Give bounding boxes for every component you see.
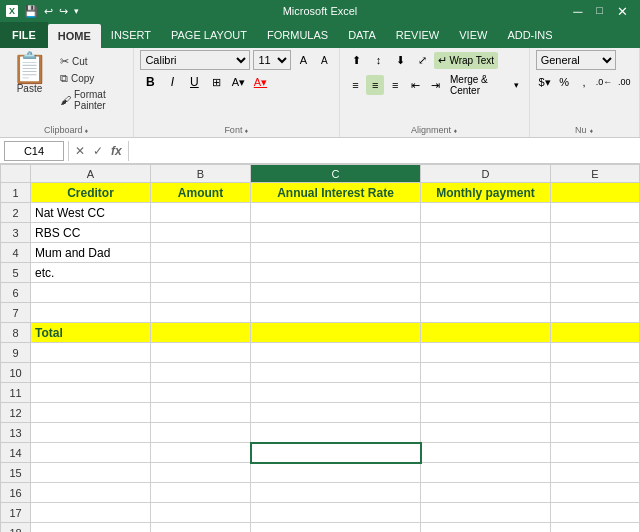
data-cell[interactable]: Annual Interest Rate <box>251 183 421 203</box>
data-cell[interactable] <box>551 343 640 363</box>
align-right-btn[interactable]: ≡ <box>386 75 404 95</box>
font-color-btn[interactable]: A▾ <box>250 72 270 92</box>
fill-color-btn[interactable]: A▾ <box>228 72 248 92</box>
align-bottom-btn[interactable]: ⬇ <box>390 50 410 70</box>
data-cell[interactable] <box>151 323 251 343</box>
col-header-d[interactable]: D <box>421 165 551 183</box>
data-cell[interactable] <box>31 363 151 383</box>
increase-font-btn[interactable]: A <box>294 51 312 69</box>
data-cell[interactable] <box>251 483 421 503</box>
data-cell[interactable] <box>421 443 551 463</box>
col-header-b[interactable]: B <box>151 165 251 183</box>
cut-button[interactable]: ✂ Cut <box>57 54 129 69</box>
data-cell[interactable] <box>551 283 640 303</box>
data-cell[interactable] <box>151 363 251 383</box>
font-size-select[interactable]: 11 <box>253 50 291 70</box>
data-cell[interactable] <box>421 323 551 343</box>
row-header[interactable]: 17 <box>1 503 31 523</box>
percent-btn[interactable]: % <box>555 72 573 92</box>
data-cell[interactable] <box>151 203 251 223</box>
currency-btn[interactable]: $▾ <box>536 72 554 92</box>
row-header[interactable]: 18 <box>1 523 31 533</box>
row-header[interactable]: 6 <box>1 283 31 303</box>
tab-insert[interactable]: INSERT <box>101 22 161 48</box>
data-cell[interactable]: Amount <box>151 183 251 203</box>
number-expand-icon[interactable]: ⬧ <box>589 126 594 135</box>
data-cell[interactable] <box>551 403 640 423</box>
data-cell[interactable] <box>151 463 251 483</box>
data-cell[interactable]: Mum and Dad <box>31 243 151 263</box>
tab-addins[interactable]: ADD-INS <box>497 22 562 48</box>
data-cell[interactable] <box>421 243 551 263</box>
paste-button[interactable]: 📋 Paste <box>4 50 55 97</box>
data-cell[interactable] <box>31 463 151 483</box>
data-cell[interactable] <box>151 503 251 523</box>
data-cell[interactable] <box>251 423 421 443</box>
data-cell[interactable] <box>551 463 640 483</box>
data-cell[interactable] <box>251 363 421 383</box>
data-cell[interactable] <box>31 443 151 463</box>
data-cell[interactable] <box>31 403 151 423</box>
tab-formulas[interactable]: FORMULAS <box>257 22 338 48</box>
increase-indent-btn[interactable]: ⇥ <box>426 75 444 95</box>
data-cell[interactable] <box>551 263 640 283</box>
tab-page-layout[interactable]: PAGE LAYOUT <box>161 22 257 48</box>
copy-button[interactable]: ⧉ Copy <box>57 71 129 86</box>
decrease-font-btn[interactable]: A <box>315 51 333 69</box>
data-cell[interactable] <box>421 403 551 423</box>
data-cell[interactable] <box>251 303 421 323</box>
data-cell[interactable] <box>251 383 421 403</box>
merge-center-button[interactable]: Merge & Center ▾ <box>446 72 523 98</box>
row-header[interactable]: 11 <box>1 383 31 403</box>
data-cell[interactable] <box>251 243 421 263</box>
data-cell[interactable] <box>151 423 251 443</box>
data-cell[interactable] <box>251 323 421 343</box>
data-cell[interactable] <box>551 203 640 223</box>
data-cell[interactable] <box>31 503 151 523</box>
close-btn[interactable]: ✕ <box>611 4 634 19</box>
row-header[interactable]: 10 <box>1 363 31 383</box>
data-cell[interactable]: etc. <box>31 263 151 283</box>
row-header[interactable]: 8 <box>1 323 31 343</box>
data-cell[interactable] <box>251 463 421 483</box>
data-cell[interactable] <box>421 363 551 383</box>
data-cell[interactable] <box>151 303 251 323</box>
data-cell[interactable] <box>151 443 251 463</box>
row-header[interactable]: 7 <box>1 303 31 323</box>
function-icon[interactable]: fx <box>109 144 124 158</box>
border-btn[interactable]: ⊞ <box>206 72 226 92</box>
bold-button[interactable]: B <box>140 72 160 92</box>
data-cell[interactable] <box>551 503 640 523</box>
data-cell[interactable] <box>421 483 551 503</box>
data-cell[interactable] <box>421 423 551 443</box>
align-top-btn[interactable]: ⬆ <box>346 50 366 70</box>
save-qa-btn[interactable]: 💾 <box>24 5 38 18</box>
data-cell[interactable] <box>251 523 421 533</box>
data-cell[interactable] <box>31 523 151 533</box>
align-middle-btn[interactable]: ↕ <box>368 50 388 70</box>
data-cell[interactable] <box>551 303 640 323</box>
col-header-a[interactable]: A <box>31 165 151 183</box>
merge-dropdown-icon[interactable]: ▾ <box>514 80 519 90</box>
data-cell[interactable] <box>151 403 251 423</box>
col-header-e[interactable]: E <box>551 165 640 183</box>
data-cell[interactable] <box>551 223 640 243</box>
row-header[interactable]: 15 <box>1 463 31 483</box>
data-cell[interactable] <box>551 423 640 443</box>
font-expand-icon[interactable]: ⬧ <box>244 126 249 135</box>
data-cell[interactable] <box>31 423 151 443</box>
tab-review[interactable]: REVIEW <box>386 22 449 48</box>
data-cell[interactable] <box>421 503 551 523</box>
data-cell[interactable] <box>551 323 640 343</box>
row-header[interactable]: 16 <box>1 483 31 503</box>
decrease-indent-btn[interactable]: ⇤ <box>406 75 424 95</box>
increase-decimal-btn[interactable]: .00 <box>615 72 633 92</box>
data-cell[interactable] <box>31 343 151 363</box>
data-cell[interactable] <box>151 523 251 533</box>
data-cell[interactable] <box>421 263 551 283</box>
data-cell[interactable] <box>151 343 251 363</box>
data-cell[interactable] <box>421 463 551 483</box>
decrease-decimal-btn[interactable]: .0← <box>595 72 614 92</box>
data-cell[interactable] <box>551 483 640 503</box>
data-cell[interactable] <box>551 183 640 203</box>
